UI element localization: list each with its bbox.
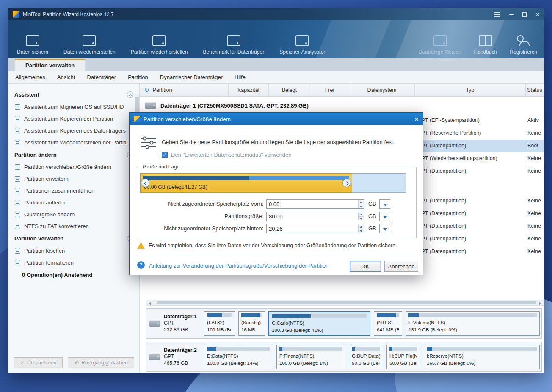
menu-icon[interactable] [494,12,500,17]
partition-block[interactable]: G:BUP Data(N 50.0 GB (Bele [349,345,383,369]
disk1-label[interactable]: Datenträger:1 GPT 232.89 GB [149,314,201,334]
spinner-icon[interactable] [358,225,364,232]
toolbar-partition-wiederherstellen[interactable]: Partition wiederherstellen [131,35,188,55]
usage-bar [427,347,537,351]
column-kapazitaet[interactable]: Kapazität [229,84,269,96]
usage-bar [408,313,537,317]
warning-text: Es wird empfohlen, dass Sie Ihre Daten v… [149,243,397,248]
sidebar-section-partition-verwalten[interactable]: Partition verwalten [8,232,139,245]
toolbar-daten-wiederherstellen[interactable]: Daten wiederherstellen [63,35,116,55]
window-titlebar[interactable]: MiniTool Partition Wizard Kostenlos 12.7… [8,8,544,20]
scrollbar-thumb[interactable] [157,301,536,304]
disk1-group-row[interactable]: Datenträger 1 (CT250MX500SSD1 SATA, GPT,… [140,97,544,114]
pending-operations: 0 Operation(en) Anstehend [8,268,139,278]
sidebar-item-format-partition[interactable]: Partition formatieren [8,257,139,268]
sidebar-item-ntfs-fat[interactable]: NTFS zu FAT konvertieren [8,220,139,232]
unallocated-before-input[interactable]: 0.00 [266,199,364,209]
tab-bar: Partition verwalten [8,58,544,71]
cancel-button[interactable]: Abbrechen [384,261,418,272]
sidebar-item-restore-partition[interactable]: Assistent zum Wiederherstellen der Parti… [8,136,139,148]
apply-button[interactable]: ✓ Übernehmen [14,357,63,368]
slider-right-arrow-icon[interactable] [342,179,351,187]
sidebar-item-move-resize[interactable]: Partition verschieben/Größe ändern [8,161,139,173]
minitool-logo-icon [134,116,140,122]
scroll-right-icon[interactable] [539,302,541,305]
sidebar-item-cluster-size[interactable]: Clustergröße ändern [8,208,139,220]
help-link[interactable]: Anleitung zur Veränderung der Partitions… [149,262,328,269]
ok-button[interactable]: OK [350,261,381,272]
unit-dropdown[interactable] [379,224,390,233]
spinner-icon[interactable] [358,213,364,220]
partition-size-slider[interactable]: 80.00 GB (Belegt:41.27 GB) [140,173,406,193]
partition-recovery-icon [152,35,166,46]
slider-left-arrow-icon[interactable] [141,179,149,187]
sidebar-item-copy-disk[interactable]: Assistent zum Kopieren des Datenträgers [8,124,139,136]
sidebar: Assistent Assistent zum Migrieren OS auf… [8,84,140,373]
column-partition[interactable]: ↻ Partition [140,84,229,96]
toolbar-daten-sichern[interactable]: Daten sichern [17,35,48,55]
help-icon[interactable]: ? [137,261,145,269]
unallocated-after-input[interactable]: 20.26 [266,224,364,233]
sidebar-item-merge[interactable]: Partitionen zusammenführen [8,185,139,196]
partition-size-input[interactable]: 80.00 [266,212,364,221]
extend-partition-icon [15,176,20,182]
datenschutz-checkbox[interactable]: ✓ [162,152,168,158]
sidebar-section-assistent[interactable]: Assistent [8,88,139,101]
column-belegt[interactable]: Belegt [269,84,310,96]
divider [136,256,417,256]
toolbar-speicher-analysator[interactable]: Speicher-Analysator [279,35,325,55]
menu-hilfe[interactable]: Hilfe [235,74,246,80]
maximize-icon[interactable] [522,12,527,17]
toolbar-registrieren[interactable]: Registrieren [510,35,537,55]
menu-datentraeger[interactable]: Datenträger [87,74,116,80]
close-icon[interactable]: × [535,11,540,18]
partition-block[interactable]: D:Data(NTFS) 100.0 GB (Belegt: 14%) [204,345,273,369]
refresh-icon[interactable]: ↻ [144,86,149,94]
unit-dropdown[interactable] [379,199,390,209]
partition-block[interactable]: I:Reserve(NTFS) 165.7 GB (Belegt: 0%) [424,345,540,369]
desktop: MiniTool Partition Wizard Kostenlos 12.7… [0,0,552,392]
sidebar-item-copy-partition[interactable]: Assistent zum Kopieren der Partition [8,113,139,124]
slider-handle[interactable]: 80.00 GB (Belegt:41.27 GB) [140,173,352,193]
partition-block[interactable]: H:BUP Fin(NT 50.0 GB (Bele [386,345,420,369]
undo-button[interactable]: ↶ Rückgängig machen [68,357,134,368]
sidebar-item-migrate-os[interactable]: Assistent zum Migrieren OS auf SSD/HD [8,101,139,113]
spinner-icon[interactable] [358,200,364,208]
column-typ[interactable]: Typ [415,84,526,96]
dialog-close-icon[interactable]: × [414,116,419,123]
sidebar-item-split[interactable]: Partition aufteilen [8,196,139,208]
partition-block[interactable]: F:Finanz(NTFS) 100.0 GB (Belegt: 1%) [276,345,345,369]
unit-dropdown[interactable] [379,212,390,221]
toolbar-handbuch[interactable]: Handbuch [474,35,497,55]
toolbar-benchmark[interactable]: Benchmark für Datenträger [203,35,265,55]
menu-partition[interactable]: Partition [128,74,148,80]
partition-block[interactable]: (Sonstig) 16 MB [238,311,265,336]
minimize-icon[interactable] [509,14,514,15]
menu-allgemeines[interactable]: Allgemeines [15,74,45,80]
column-dateisystem[interactable]: Dateisystem [349,84,415,96]
partition-block[interactable]: E:Volume(NTFS) 131.9 GB (Belegt: 0%) [406,311,540,336]
size-location-group: Größe und Lage 80.00 GB (Belegt:41.27 GB… [136,167,417,238]
partition-block-selected[interactable]: C:Carlo(NTFS) 100.3 GB (Belegt: 41%) [268,311,370,336]
tab-partition-verwalten[interactable]: Partition verwalten [15,59,85,71]
diskmap-disk1: Datenträger:1 GPT 232.89 GB (FAT32) 100 … [146,308,542,339]
collapse-chevron-icon[interactable] [127,91,133,98]
menu-ansicht[interactable]: Ansicht [57,74,75,80]
partition-block[interactable]: (NTFS) 641 MB (Bele [374,311,402,336]
sidebar-section-partition-aendern[interactable]: Partition ändern [8,148,139,161]
check-icon: ✓ [20,360,25,366]
dialog-titlebar[interactable]: Partition verschieben/Größe ändern × [130,113,423,125]
column-frei[interactable]: Frei [310,84,349,96]
partition-block[interactable]: (FAT32) 100 MB (Bel [204,311,235,336]
sidebar-item-extend[interactable]: Partition erweitern [8,173,139,185]
dialog-description: Geben Sie die neue Partitionsgröße ein u… [162,139,416,145]
bootable-media-icon [433,35,447,46]
toolbar-bootfaehige-medien[interactable]: Bootfähige Medien [419,35,461,55]
disk2-label[interactable]: Datenträger:2 GPT 465.76 GB [149,347,201,367]
scroll-left-icon[interactable] [149,302,151,305]
horizontal-scrollbar[interactable] [146,300,544,306]
sidebar-item-delete-partition[interactable]: Partition löschen [8,245,139,257]
merge-partitions-icon [15,188,20,193]
menu-dynamischer-datentraeger[interactable]: Dynamischer Datenträger [160,74,223,80]
column-status[interactable]: Status [526,84,544,96]
